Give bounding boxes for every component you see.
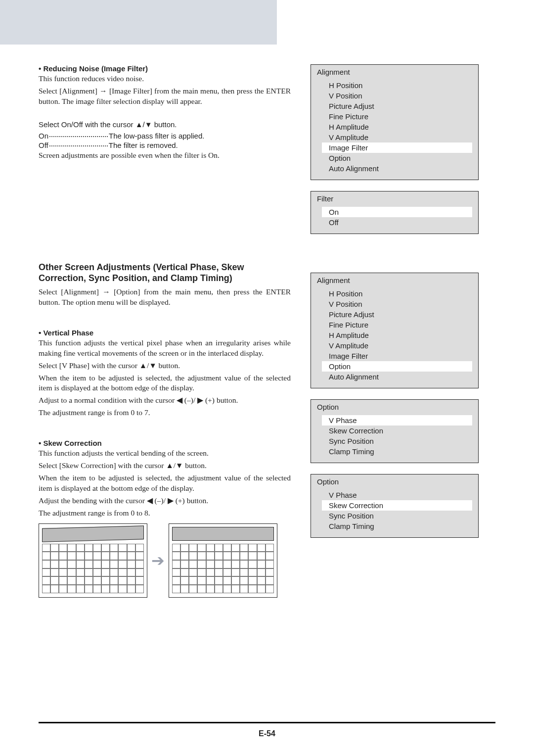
menu-item[interactable]: V Position [311,299,478,309]
menu-item[interactable]: Option [311,153,478,163]
skew-p1: This function adjusts the vertical bendi… [39,448,291,459]
menu-item[interactable]: Image Filter [311,351,478,361]
menu-item-selected[interactable]: Option [322,361,472,372]
skew-p5: The adjustment range is from 0 to 8. [39,508,291,519]
menu-item-selected[interactable]: Skew Correction [322,500,472,511]
vphase-p5: The adjustment range is from 0 to 7. [39,408,291,418]
noise-heading: • Reducing Noise (Image Filter) [39,64,291,73]
menu-item[interactable]: Sync Position [311,436,478,446]
menu-item[interactable]: Picture Adjust [311,309,478,320]
filter-off-row: Off The filter is removed. [39,141,291,149]
menu-item[interactable]: Auto Alignment [311,163,478,174]
vphase-p3: When the item to be adjusted is selected… [39,373,291,394]
page-number: E-54 [0,729,534,738]
menu-item[interactable]: Picture Adjust [311,101,478,111]
noise-intro: This function reduces video noise. [39,74,291,84]
grid-icon [172,544,274,593]
menu-item-selected[interactable]: On [322,207,472,217]
menu-alignment-2: Alignment H Position V Position Picture … [311,273,479,388]
skew-p2: Select [Skew Correction] with the cursor… [39,461,291,471]
menu-item-selected[interactable]: V Phase [322,415,472,425]
skew-diagrams: ➔ [39,523,291,598]
menu-item[interactable]: Fine Picture [311,111,478,122]
skew-p4: Adjust the bending with the cursor ◀ (–)… [39,496,291,506]
arrow-right-icon: ➔ [151,553,165,568]
other-heading: Other Screen Adjustments (Vertical Phase… [39,262,291,284]
dots-icon [49,145,108,146]
menu-title: Filter [311,191,478,205]
menu-item[interactable]: H Position [311,80,478,91]
menu-filter: Filter On Off [311,191,479,234]
vphase-p4: Adjust to a normal condition with the cu… [39,395,291,406]
menu-item[interactable]: Fine Picture [311,320,478,330]
diagram-before [39,523,147,598]
menu-item[interactable]: H Position [311,288,478,299]
menu-option-2: Option V Phase Skew Correction Sync Posi… [311,474,479,538]
off-desc: The filter is removed. [109,141,178,149]
dots-icon [49,136,108,137]
menu-option-1: Option V Phase Skew Correction Sync Posi… [311,399,479,463]
off-label: Off [39,141,48,149]
menu-item[interactable]: V Amplitude [311,340,478,351]
menu-item[interactable]: Auto Alignment [311,372,478,382]
menu-title: Option [311,400,478,413]
vphase-p1: This function adjusts the vertical pixel… [39,338,291,359]
menu-title: Alignment [311,273,478,286]
noise-note: Screen adjustments are possible even whe… [39,150,291,161]
left-column: • Reducing Noise (Image Filter) This fun… [39,39,291,598]
on-desc: The low-pass filter is applied. [109,132,204,140]
filter-on-row: On The low-pass filter is applied. [39,132,291,140]
vphase-heading: • Vertical Phase [39,329,291,337]
vphase-p2: Select [V Phase] with the cursor ▲/▼ but… [39,361,291,371]
menu-alignment-1: Alignment H Position V Position Picture … [311,64,479,180]
menu-title: Alignment [311,65,478,78]
menu-item[interactable]: V Position [311,91,478,101]
noise-path: Select [Alignment] → [Image Filter] from… [39,86,291,107]
menu-item[interactable]: H Amplitude [311,330,478,340]
grid-icon [42,544,144,593]
skew-p3: When the item to be adjusted is selected… [39,473,291,494]
right-column: Alignment H Position V Position Picture … [311,39,479,598]
other-path: Select [Alignment] → [Option] from the m… [39,287,291,308]
footer-rule [39,722,495,723]
menu-item[interactable]: Clamp Timing [311,446,478,457]
menu-item[interactable]: Clamp Timing [311,521,478,531]
noise-select: Select On/Off with the cursor ▲/▼ button… [39,120,291,130]
menu-item[interactable]: Sync Position [311,511,478,521]
on-label: On [39,132,48,140]
menu-title: Option [311,474,478,488]
menu-item-selected[interactable]: Image Filter [322,142,472,153]
menu-item[interactable]: V Phase [311,490,478,500]
menu-item[interactable]: H Amplitude [311,122,478,132]
menu-item[interactable]: V Amplitude [311,132,478,142]
skew-heading: • Skew Correction [39,439,291,447]
menu-item[interactable]: Off [311,217,478,228]
diagram-after [169,523,277,598]
menu-item[interactable]: Skew Correction [311,425,478,436]
